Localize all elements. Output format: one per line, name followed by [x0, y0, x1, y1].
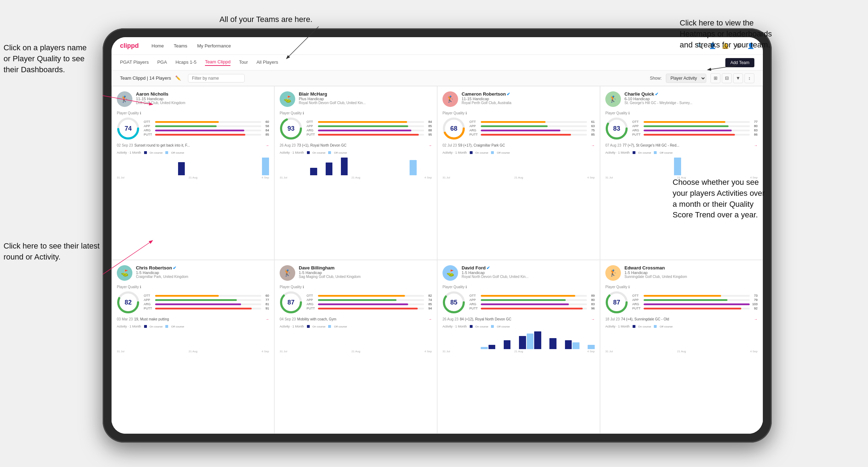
- arrow-icon[interactable]: →: [591, 317, 595, 321]
- donut-chart[interactable]: 74: [117, 117, 139, 140]
- arrow-icon[interactable]: →: [754, 317, 758, 321]
- activity-section: Activity · 1 Month On course Off course …: [280, 325, 432, 353]
- off-course-legend: [491, 325, 494, 328]
- date-end: 4 Sep: [262, 176, 269, 179]
- donut-chart[interactable]: 83: [605, 117, 628, 140]
- mini-chart: [117, 156, 269, 175]
- recent-round[interactable]: 04 Sep 23 Mobility with coach, Gym →: [280, 317, 432, 321]
- player-name[interactable]: Chris Robertson✔: [136, 265, 188, 270]
- add-team-button[interactable]: Add Team: [725, 58, 754, 67]
- chart-bar: [697, 175, 704, 175]
- recent-round[interactable]: 02 Sep 23 Sunset round to get back into …: [117, 143, 269, 147]
- arrow-icon[interactable]: →: [428, 317, 432, 321]
- quality-score: 85: [450, 299, 457, 306]
- date-mid: 21 Aug: [677, 350, 686, 353]
- quality-section[interactable]: 93 OTT 84 APP 85 ARG 88 PUTT 95: [280, 117, 432, 140]
- activity-label: Activity · 1 Month On course Off course: [605, 325, 758, 328]
- show-select[interactable]: Player Activity: [666, 74, 706, 83]
- stat-value: 84: [426, 120, 432, 124]
- ipad-screen: clippd Home Teams My Performance 🔍 👤 🔔 ⊕…: [112, 37, 763, 434]
- nav-teams[interactable]: Teams: [174, 43, 187, 49]
- stat-value: 86: [751, 133, 758, 136]
- subnav-hcaps[interactable]: Hcaps 1-5: [176, 59, 196, 66]
- player-card[interactable]: ⛳ David Ford✔ 1-5 Handicap Royal North D…: [437, 260, 600, 434]
- donut-chart[interactable]: 93: [280, 117, 302, 140]
- stat-label: ARG: [632, 129, 642, 132]
- player-name[interactable]: Charlie Quick✔: [624, 91, 692, 97]
- chart-bar: [466, 175, 473, 175]
- nav-home[interactable]: Home: [152, 43, 164, 49]
- subnav-team-clippd[interactable]: Team Clippd: [205, 59, 230, 66]
- quality-section[interactable]: 82 OTT 60 APP 77 ARG 81 PUTT 91: [117, 291, 269, 314]
- player-card[interactable]: 🏌️ Charlie Quick✔ 6-10 Handicap St. Geor…: [600, 86, 763, 260]
- player-card[interactable]: 🏌️ Edward Crossman 1-5 Handicap Sunningd…: [600, 260, 763, 434]
- quality-section[interactable]: 87 OTT 82 APP 74 ARG 85 PUTT 94: [280, 291, 432, 314]
- chart-bar: [667, 348, 674, 349]
- chart-bar: [557, 348, 564, 349]
- annotation-activities: Choose whether you seeyour players Activ…: [673, 177, 765, 221]
- chart-bar: [651, 348, 658, 349]
- recent-round[interactable]: 02 Jul 23 59 (+17), Craigmillar Park GC …: [442, 143, 595, 147]
- player-name[interactable]: David Ford✔: [462, 265, 529, 270]
- arrow-icon[interactable]: →: [265, 143, 269, 147]
- player-card[interactable]: 🏌️ Dave Billingham 1-5 Handicap Sag Magi…: [274, 260, 437, 434]
- verified-icon: ✔: [486, 266, 490, 270]
- donut-chart[interactable]: 85: [442, 291, 465, 314]
- filter-icon[interactable]: ▼: [733, 73, 743, 83]
- player-name[interactable]: Blair McHarg: [299, 91, 366, 97]
- chart-bar: [147, 348, 154, 349]
- subnav-pga[interactable]: PGA: [157, 59, 167, 66]
- donut-chart[interactable]: 87: [605, 291, 628, 314]
- arrow-icon[interactable]: →: [265, 317, 269, 321]
- donut-chart[interactable]: 68: [442, 117, 465, 140]
- player-name[interactable]: Dave Billingham: [299, 265, 361, 270]
- donut-chart[interactable]: 82: [117, 291, 139, 314]
- date-start: 31 Jul: [117, 176, 124, 179]
- player-name[interactable]: Cameron Robertson✔: [462, 91, 512, 97]
- chart-bar: [387, 348, 394, 349]
- player-card[interactable]: ⛳ Chris Robertson✔ 1-5 Handicap Craigmil…: [112, 260, 274, 434]
- donut-chart[interactable]: 87: [280, 291, 302, 314]
- subnav-all-players[interactable]: All Players: [256, 59, 278, 66]
- quality-label: Player Quality ℹ: [605, 285, 758, 289]
- chart-bar: [511, 348, 518, 349]
- recent-round[interactable]: 03 Mar 23 19, Must make putting →: [117, 317, 269, 321]
- grid-view-icon[interactable]: ⊞: [710, 73, 720, 83]
- on-course-legend: [307, 151, 310, 154]
- search-input[interactable]: [188, 74, 245, 82]
- sort-icon[interactable]: ↕: [744, 73, 754, 83]
- chart-bar: [605, 348, 612, 349]
- quality-section[interactable]: 68 OTT 61 APP 63 ARG 75 PUTT 85: [442, 117, 595, 140]
- avatar: ⛳: [280, 91, 295, 107]
- quality-section[interactable]: 74 OTT 60 APP 58 ARG 84 PUTT 85: [117, 117, 269, 140]
- chart-bar: [442, 175, 450, 175]
- player-name[interactable]: Aaron Nicholls: [136, 91, 185, 97]
- quality-section[interactable]: 87 OTT 73 APP 79 ARG 103 PUTT 9: [605, 291, 758, 314]
- recent-round[interactable]: 26 Aug 23 73 (+1), Royal North Devon GC …: [280, 143, 432, 147]
- chart-bar: [712, 175, 719, 175]
- quality-section[interactable]: 83 OTT 77 APP 80 ARG 83 PUTT 86: [605, 117, 758, 140]
- chart-bar: [193, 348, 200, 349]
- recent-round[interactable]: 07 Aug 23 77 (+7), St George's Hill GC -…: [605, 143, 758, 147]
- player-name[interactable]: Edward Crossman: [624, 265, 687, 270]
- chart-bar: [303, 175, 310, 175]
- on-course-legend: [144, 325, 147, 328]
- subnav-tour[interactable]: Tour: [239, 59, 248, 66]
- player-card[interactable]: ⛳ Blair McHarg Plus Handicap Royal North…: [274, 86, 437, 260]
- chart-bar: [542, 175, 549, 175]
- arrow-icon[interactable]: →: [754, 143, 758, 147]
- arrow-icon[interactable]: →: [428, 143, 432, 147]
- player-card[interactable]: 🏌️ Cameron Robertson✔ 11-15 Handicap Roy…: [437, 86, 600, 260]
- list-view-icon[interactable]: ⊟: [722, 73, 732, 83]
- arrow-icon[interactable]: →: [591, 143, 595, 147]
- nav-my-performance[interactable]: My Performance: [197, 43, 231, 49]
- subnav-pgat[interactable]: PGAT Players: [120, 59, 149, 66]
- quality-section[interactable]: 85 OTT 89 APP 80 ARG 83 PUTT 96: [442, 291, 595, 314]
- recent-round[interactable]: 18 Jul 23 74 (+4), Sunningdale GC - Old …: [605, 317, 758, 321]
- recent-round[interactable]: 26 Aug 23 84 (+12), Royal North Devon GC…: [442, 317, 595, 321]
- edit-icon[interactable]: ✏️: [175, 75, 181, 81]
- stat-bar: [481, 299, 587, 301]
- player-header: ⛳ Chris Robertson✔ 1-5 Handicap Craigmil…: [117, 265, 269, 281]
- player-card[interactable]: 🏌️ Aaron Nicholls 11-15 Handicap Drift G…: [112, 86, 274, 260]
- chart-bar: [720, 348, 727, 349]
